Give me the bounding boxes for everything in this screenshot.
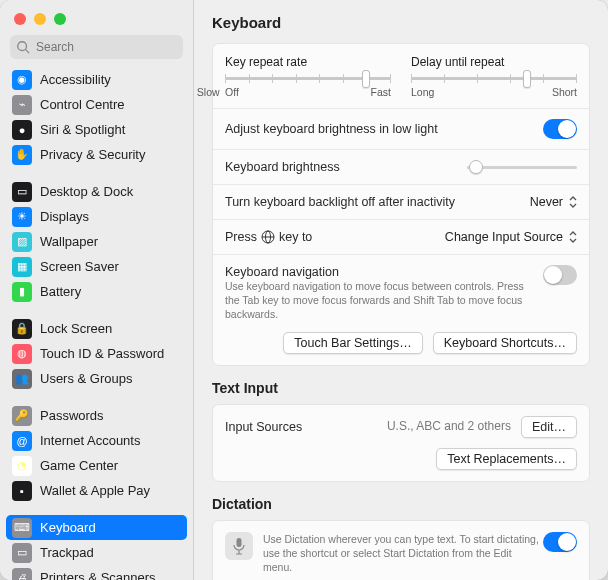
brightness-slider[interactable] [467,166,577,169]
sidebar-item-label: Siri & Spotlight [40,122,125,137]
sidebar-item-label: Game Center [40,458,118,473]
text-input-title: Text Input [212,380,590,396]
accessibility-icon: ◉ [12,70,32,90]
sidebar-item-desktop-dock[interactable]: ▭Desktop & Dock [6,179,187,204]
backlight-inactivity-label: Turn keyboard backlight off after inacti… [225,195,455,209]
input-sources-value: U.S., ABC and 2 others [387,418,511,434]
sidebar-item-label: Wallpaper [40,234,98,249]
microphone-icon [225,532,253,560]
chevron-up-down-icon [569,230,577,244]
sidebar-item-game-center[interactable]: ◔Game Center [6,453,187,478]
keyboard-navigation-desc: Use keyboard navigation to move focus be… [225,279,527,322]
sidebar-item-wallet[interactable]: ▪Wallet & Apple Pay [6,478,187,503]
window-controls [0,0,193,35]
auto-brightness-toggle[interactable] [543,119,577,139]
sidebar-item-label: Users & Groups [40,371,132,386]
svg-line-1 [26,50,30,54]
sidebar-item-wallpaper[interactable]: ▨Wallpaper [6,229,187,254]
globe-key-label: Press key to [225,230,312,244]
sidebar-item-privacy-security[interactable]: ✋Privacy & Security [6,142,187,167]
globe-key-select[interactable]: Change Input Source [445,230,577,244]
sidebar-item-label: Internet Accounts [40,433,140,448]
wallet-icon: ▪ [12,481,32,501]
sidebar: ◉Accessibility⌁Control Centre●Siri & Spo… [0,0,194,580]
users-groups-icon: 👥 [12,369,32,389]
sidebar-item-label: Battery [40,284,81,299]
lock-screen-icon: 🔒 [12,319,32,339]
dictation-title: Dictation [212,496,590,512]
keyboard-icon: ⌨ [12,518,32,538]
dictation-desc-1: Use Dictation wherever you can type text… [263,532,543,575]
brightness-label: Keyboard brightness [225,160,340,174]
sidebar-item-passwords[interactable]: 🔑Passwords [6,403,187,428]
printers-icon: 🖨 [12,568,32,581]
sidebar-item-label: Trackpad [40,545,94,560]
trackpad-icon: ▭ [12,543,32,563]
sidebar-item-siri-spotlight[interactable]: ●Siri & Spotlight [6,117,187,142]
wallpaper-icon: ▨ [12,232,32,252]
keyboard-navigation-label: Keyboard navigation [225,265,527,279]
sidebar-list[interactable]: ◉Accessibility⌁Control Centre●Siri & Spo… [0,67,193,580]
passwords-icon: 🔑 [12,406,32,426]
sidebar-item-label: Accessibility [40,72,111,87]
sidebar-item-keyboard[interactable]: ⌨Keyboard [6,515,187,540]
sidebar-item-trackpad[interactable]: ▭Trackpad [6,540,187,565]
delay-short-label: Short [552,86,577,98]
slider-knob[interactable] [523,70,531,88]
svg-rect-5 [237,538,242,547]
rate-fast-label: Fast [371,86,391,98]
svg-point-0 [18,42,27,51]
sidebar-item-battery[interactable]: ▮Battery [6,279,187,304]
sidebar-item-control-centre[interactable]: ⌁Control Centre [6,92,187,117]
text-input-panel: Input Sources U.S., ABC and 2 others Edi… [212,404,590,482]
dictation-toggle[interactable] [543,532,577,552]
sidebar-item-label: Privacy & Security [40,147,145,162]
screen-saver-icon: ▦ [12,257,32,277]
minimize-icon[interactable] [34,13,46,25]
keyboard-navigation-toggle[interactable] [543,265,577,285]
text-replacements-button[interactable]: Text Replacements… [436,448,577,470]
dictation-panel: Use Dictation wherever you can type text… [212,520,590,580]
page-title: Keyboard [212,14,590,31]
sidebar-item-accessibility[interactable]: ◉Accessibility [6,67,187,92]
key-repeat-panel: Key repeat rate Off Slow Fast Delay unti… [212,43,590,366]
search-input[interactable] [10,35,183,59]
sidebar-item-displays[interactable]: ☀Displays [6,204,187,229]
delay-long-label: Long [411,86,434,98]
delay-until-repeat-slider[interactable] [411,77,577,80]
internet-accounts-icon: @ [12,431,32,451]
sidebar-item-label: Wallet & Apple Pay [40,483,150,498]
sidebar-item-printers[interactable]: 🖨Printers & Scanners [6,565,187,580]
touch-id-icon: ◍ [12,344,32,364]
game-center-icon: ◔ [12,456,32,476]
globe-icon [261,230,275,244]
control-centre-icon: ⌁ [12,95,32,115]
sidebar-item-label: Passwords [40,408,104,423]
settings-window: ◉Accessibility⌁Control Centre●Siri & Spo… [0,0,608,580]
search-icon [16,40,30,54]
sidebar-item-label: Screen Saver [40,259,119,274]
slider-knob[interactable] [362,70,370,88]
input-sources-label: Input Sources [225,420,302,434]
backlight-inactivity-select[interactable]: Never [530,195,577,209]
touch-bar-settings-button[interactable]: Touch Bar Settings… [283,332,422,354]
sidebar-item-lock-screen[interactable]: 🔒Lock Screen [6,316,187,341]
input-sources-edit-button[interactable]: Edit… [521,416,577,438]
sidebar-item-label: Touch ID & Password [40,346,164,361]
battery-icon: ▮ [12,282,32,302]
close-icon[interactable] [14,13,26,25]
sidebar-item-touch-id[interactable]: ◍Touch ID & Password [6,341,187,366]
sidebar-item-label: Control Centre [40,97,125,112]
zoom-icon[interactable] [54,13,66,25]
search-container [10,35,183,59]
keyboard-shortcuts-button[interactable]: Keyboard Shortcuts… [433,332,577,354]
sidebar-item-screen-saver[interactable]: ▦Screen Saver [6,254,187,279]
sidebar-item-users-groups[interactable]: 👥Users & Groups [6,366,187,391]
main-content[interactable]: Keyboard Key repeat rate Off Slow Fast [194,0,608,580]
auto-brightness-label: Adjust keyboard brightness in low light [225,122,438,136]
sidebar-item-internet-accounts[interactable]: @Internet Accounts [6,428,187,453]
key-repeat-rate-slider[interactable] [225,77,391,80]
chevron-up-down-icon [569,195,577,209]
siri-spotlight-icon: ● [12,120,32,140]
key-repeat-rate-label: Key repeat rate [225,55,391,69]
